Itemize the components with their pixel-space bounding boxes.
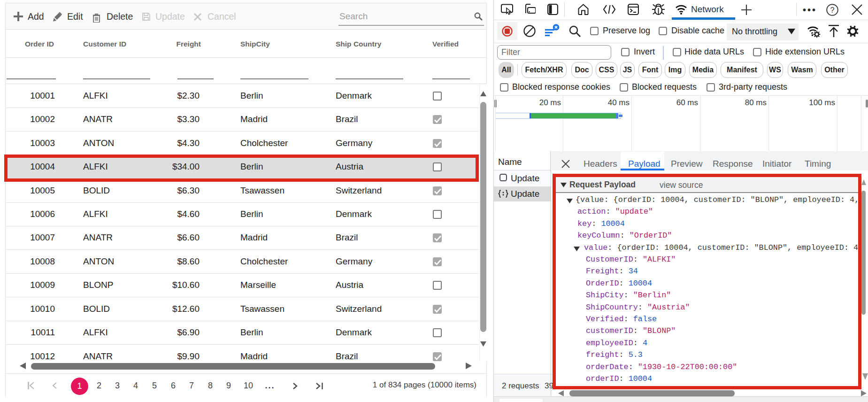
svg-text:?: ? xyxy=(830,6,835,14)
